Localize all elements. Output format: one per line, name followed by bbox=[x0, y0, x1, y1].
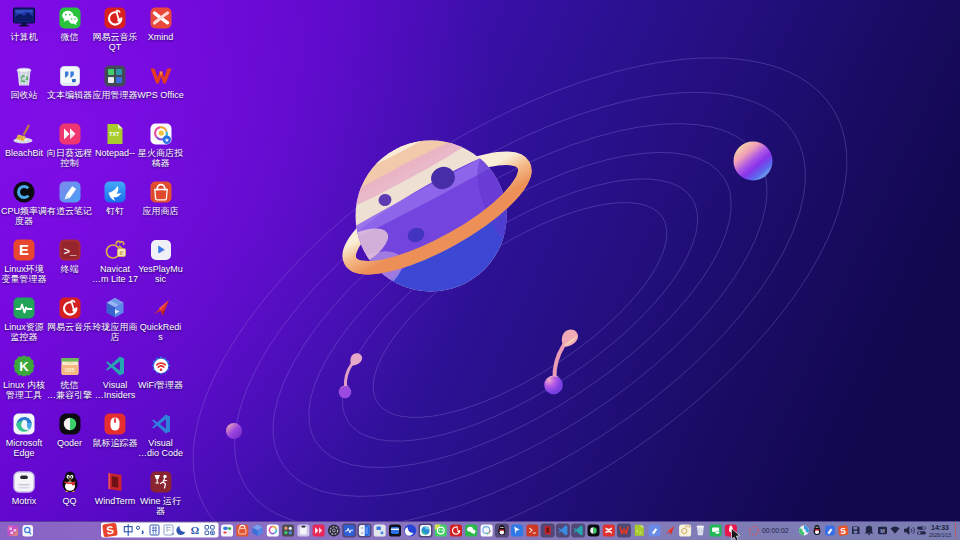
svg-text:00:00:02: 00:00:02 bbox=[762, 527, 789, 534]
svg-text:>_: >_ bbox=[63, 245, 77, 257]
svg-text:2026/1/13: 2026/1/13 bbox=[929, 532, 951, 538]
svg-text:★: ★ bbox=[164, 136, 169, 142]
svg-text:E: E bbox=[19, 241, 29, 258]
svg-text:M: M bbox=[880, 528, 885, 534]
svg-text:K: K bbox=[19, 358, 29, 373]
svg-text:TXT: TXT bbox=[109, 130, 120, 136]
svg-text:UOS: UOS bbox=[65, 367, 75, 372]
svg-text:e: e bbox=[120, 248, 124, 255]
svg-text:Ω: Ω bbox=[191, 525, 199, 536]
svg-text:14:33: 14:33 bbox=[931, 524, 949, 531]
